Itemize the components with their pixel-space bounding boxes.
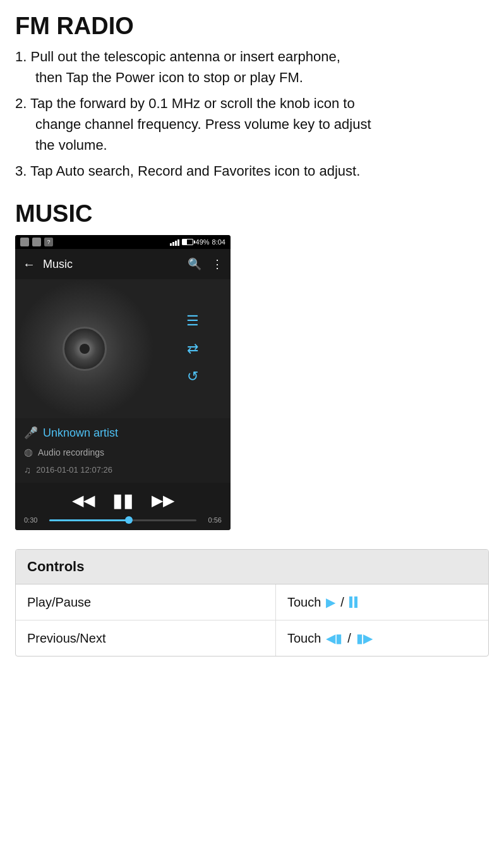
action-cell-play: Play/Pause [16,584,275,620]
current-time: 0:30 [24,516,44,524]
app-header: ← Music 🔍 ⋮ [15,249,231,279]
app-header-title: Music [43,258,188,271]
clock: 8:04 [212,238,225,246]
album-name: Audio recordings [38,447,104,457]
album-art-dot [80,344,90,354]
note-icon: ♫ [24,464,31,475]
fm-instruction-2: 2. Tap the forward by 0.1 MHz or scroll … [15,93,489,155]
controls-table: Play/Pause Touch ▶ / Previ [16,584,488,656]
pause-icon [349,596,357,608]
track-date: 2016-01-01 12:07:26 [36,465,112,475]
album-art [15,279,154,418]
controls-header: Controls [16,550,488,584]
date-row: ♫ 2016-01-01 12:07:26 [24,464,222,475]
fm-radio-instructions: 1. Pull out the telescopic antenna or in… [15,46,489,181]
status-bar-left: ? [20,238,53,246]
prev-icon: ◀▮ [326,631,342,646]
slash-label-prev: / [347,631,351,646]
progress-bar[interactable] [49,519,196,521]
method-cell-play: Touch ▶ / [275,584,488,620]
method-content-play: Touch ▶ / [287,595,477,610]
fm-radio-title: FM RADIO [15,13,489,40]
more-options-icon[interactable]: ⋮ [212,257,223,271]
touch-label-play: Touch [287,595,321,610]
search-icon[interactable]: 🔍 [188,257,201,271]
album-area: ☰ ⇄ ↺ [15,279,231,418]
progress-bar-fill [49,519,129,521]
fm-instruction-1: 1. Pull out the telescopic antenna or in… [15,46,489,88]
progress-area: 0:30 0:56 [23,516,223,528]
track-info: 🎤 Unknown artist ◍ Audio recordings ♫ 20… [15,418,231,483]
artist-name: Unknown artist [43,427,118,440]
shuffle-icon[interactable]: ⇄ [187,341,198,357]
playlist-icon[interactable]: ☰ [186,313,199,329]
action-label-play: Play/Pause [27,595,91,609]
previous-button[interactable]: ◀◀ [72,492,95,509]
battery-icon [182,239,193,245]
signal-icon [170,238,179,246]
slash-label: / [340,595,344,610]
touch-label-prev: Touch [287,631,321,646]
repeat-icon[interactable]: ↺ [187,368,198,385]
total-time: 0:56 [201,516,222,524]
album-art-disc [63,327,107,371]
action-cell-prev: Previous/Next [16,620,275,656]
header-icons: 🔍 ⋮ [188,257,223,271]
album-row: ◍ Audio recordings [24,446,222,458]
controls-row: ◀◀ ▮▮ ▶▶ [23,489,223,511]
playback-controls: ◀◀ ▮▮ ▶▶ 0:30 0:56 [15,483,231,530]
pause-button[interactable]: ▮▮ [112,489,134,511]
action-label-prev: Previous/Next [27,631,106,645]
controls-section: Controls Play/Pause Touch ▶ / [15,549,489,656]
image-status-icon [32,238,41,246]
mic-icon: 🎤 [24,426,38,440]
question-status-icon: ? [44,238,53,246]
cd-icon: ◍ [24,446,33,458]
method-content-prev: Touch ◀▮ / ▮▶ [287,631,477,646]
fm-instruction-3: 3. Tap Auto search, Record and Favorites… [15,160,489,181]
back-button[interactable]: ← [23,257,35,272]
phone-mockup: ? 49% 8:04 ← Music 🔍 ⋮ [15,235,231,530]
method-cell-prev: Touch ◀▮ / ▮▶ [275,620,488,656]
table-row: Previous/Next Touch ◀▮ / ▮▶ [16,620,488,656]
next-button[interactable]: ▶▶ [152,492,174,509]
artist-row: 🎤 Unknown artist [24,426,222,440]
settings-status-icon [20,238,29,246]
progress-thumb[interactable] [125,516,133,524]
next-icon: ▮▶ [356,631,373,646]
battery-percent: 49% [196,238,210,246]
side-controls: ☰ ⇄ ↺ [154,279,231,418]
play-icon: ▶ [326,595,335,610]
music-title: MUSIC [15,200,489,227]
status-bar-right: 49% 8:04 [170,238,225,246]
status-bar: ? 49% 8:04 [15,235,231,249]
table-row: Play/Pause Touch ▶ / [16,584,488,620]
